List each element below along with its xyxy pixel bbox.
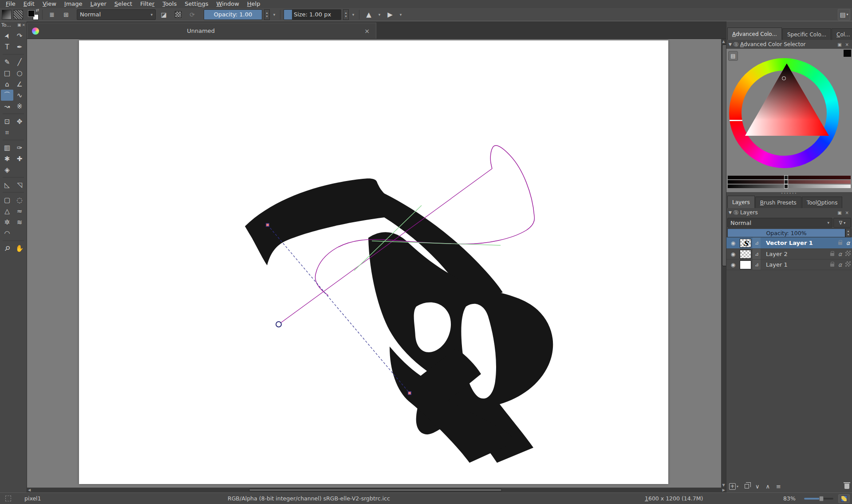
tool-rect-select[interactable]: ▢ <box>1 194 13 205</box>
workspace-chooser-button[interactable]: ▤ ▾ <box>838 9 850 20</box>
canvas-page[interactable] <box>79 40 668 484</box>
layer-thumbnail[interactable] <box>740 239 751 248</box>
color-slider-3[interactable] <box>728 185 851 188</box>
tool-move[interactable]: ✥ <box>13 116 26 127</box>
tool-color-sampler[interactable]: ✑ <box>13 142 26 153</box>
tool-crop[interactable]: ⌗ <box>1 127 13 138</box>
path-control-handle[interactable] <box>408 392 411 395</box>
tool-polygon[interactable]: ⌂ <box>1 79 13 90</box>
layer-blend-mode-select[interactable]: Normal ▾ <box>727 218 832 228</box>
color-slider-1[interactable] <box>728 176 851 179</box>
close-docker-icon[interactable]: × <box>844 210 850 215</box>
float-docker-icon[interactable]: ▣ <box>836 210 842 215</box>
tool-line[interactable]: ╱ <box>13 56 26 67</box>
size-slider[interactable]: Size: 1.00 px <box>284 9 341 20</box>
alpha-lock-icon[interactable]: α <box>844 240 852 246</box>
duplicate-layer-button[interactable] <box>745 484 749 488</box>
canvas-only-mode-button[interactable] <box>838 493 850 504</box>
horizontal-scrollbar[interactable]: ◀ ▶ <box>27 488 726 492</box>
tool-freehand-brush[interactable]: ✎ <box>1 56 13 67</box>
document-tab[interactable]: Unnamed × <box>27 23 376 39</box>
path-control-handle[interactable] <box>266 224 269 227</box>
pattern-chooser-button[interactable] <box>13 10 23 20</box>
inherit-alpha-icon[interactable] <box>844 261 852 268</box>
tool-multibrush[interactable]: ※ <box>13 101 26 112</box>
layer-row[interactable]: ◉⊿Vector Layer 1α <box>726 237 852 249</box>
menu-edit[interactable]: Edit <box>20 0 39 8</box>
tool-zoom[interactable]: ⚲ <box>1 243 13 254</box>
tool-edit-shapes[interactable]: ↷ <box>13 30 26 41</box>
tool-measure[interactable]: ◹ <box>13 179 26 190</box>
scroll-left-icon[interactable]: ◀ <box>28 488 31 492</box>
brush-editor-button[interactable]: ≣ <box>46 9 58 20</box>
tool-ellipse-select[interactable]: ◌ <box>13 194 26 205</box>
tool-bezier-curve[interactable]: ⌒ <box>1 90 13 101</box>
splitter-handle[interactable]: •••••• <box>726 192 852 196</box>
reload-preset-button[interactable]: ⟳ <box>186 9 198 20</box>
layer-opacity-slider[interactable]: Opacity: 100% <box>727 228 845 237</box>
menu-view[interactable]: View <box>39 0 60 8</box>
layer-thumbnail[interactable] <box>740 250 751 259</box>
size-dropdown-icon[interactable]: ▾ <box>351 12 356 17</box>
tab-col[interactable]: Col... <box>832 28 852 40</box>
tool-calligraphy[interactable]: ✒ <box>13 41 26 52</box>
layer-opacity-spinner[interactable]: ▴▾ <box>845 228 851 237</box>
layer-name[interactable]: Layer 1 <box>761 261 828 268</box>
tab-layers[interactable]: Layers <box>727 196 755 208</box>
eraser-mode-button[interactable]: ◪ <box>158 9 170 20</box>
tool-smart-patch[interactable]: ✚ <box>13 153 26 164</box>
tab-advanced-colo[interactable]: Advanced Colo... <box>727 28 782 40</box>
layer-visibility-icon[interactable]: ◉ <box>726 240 740 246</box>
preserve-alpha-button[interactable] <box>172 9 184 20</box>
tool-dynamic-brush[interactable]: ↝ <box>1 101 13 112</box>
blend-mode-select[interactable]: Normal ▾ <box>77 9 156 20</box>
delete-layer-button[interactable] <box>844 484 849 489</box>
layer-row[interactable]: ◉⊿Layer 1α <box>726 260 852 270</box>
alpha-lock-icon[interactable]: α <box>836 261 844 268</box>
tool-rectangle[interactable]: □ <box>1 67 13 79</box>
lock-icon[interactable] <box>836 240 844 246</box>
scroll-up-icon[interactable]: ▲ <box>721 39 726 43</box>
layer-name[interactable]: Layer 2 <box>761 251 828 257</box>
scroll-down-icon[interactable]: ▼ <box>721 483 726 487</box>
tool-similar-select[interactable]: ✲ <box>1 217 13 228</box>
tool-freehand-path[interactable]: ∿ <box>13 90 26 101</box>
mirror-horizontal-dropdown-icon[interactable]: ▾ <box>377 12 382 17</box>
vertical-scrollbar-thumb[interactable] <box>722 44 726 266</box>
lock-icon[interactable] <box>828 251 836 257</box>
scroll-right-icon[interactable]: ▶ <box>722 488 725 492</box>
tool-poly-select[interactable]: △ <box>1 205 13 217</box>
selector-settings-button[interactable]: ▤ <box>728 51 738 61</box>
tab-specific-colo[interactable]: Specific Colo... <box>782 28 831 40</box>
alpha-lock-icon[interactable]: α <box>836 251 844 257</box>
layer-filter-button[interactable]: ∇ ▾ <box>833 218 851 228</box>
zoom-slider[interactable] <box>804 493 833 504</box>
canvas-area[interactable]: ▲ ▼ <box>27 39 726 488</box>
brush-presets-button[interactable]: ⊞ <box>60 9 72 20</box>
collapse-icon[interactable]: ▼ <box>729 42 732 47</box>
mirror-horizontal-button[interactable]: ▲ <box>363 9 375 20</box>
tab-brush-presets[interactable]: Brush Presets <box>755 197 801 208</box>
menu-select[interactable]: Select <box>110 0 136 8</box>
tool-color-select[interactable]: ≋ <box>13 217 26 228</box>
close-tab-icon[interactable]: × <box>363 28 371 35</box>
menu-tools[interactable]: Tools <box>158 0 181 8</box>
foreground-color-swatch[interactable] <box>28 10 35 17</box>
layer-thumbnail[interactable] <box>740 260 751 269</box>
menu-image[interactable]: Image <box>60 0 87 8</box>
foreground-background-colors[interactable]: ⇄ <box>28 9 39 20</box>
hue-ring[interactable] <box>729 58 839 168</box>
tool-ellipse[interactable]: ○ <box>13 67 26 79</box>
tool-transform[interactable]: ⊡ <box>1 116 13 127</box>
tool-polyline[interactable]: ∠ <box>13 79 26 90</box>
slider-handle[interactable] <box>784 180 788 184</box>
menu-settings[interactable]: Settings <box>181 0 212 8</box>
tab-tool-options[interactable]: Tool Options <box>802 197 843 208</box>
menu-help[interactable]: Help <box>243 0 264 8</box>
tool-text[interactable]: T <box>1 41 13 52</box>
layer-properties-button[interactable]: ≡ <box>776 483 781 490</box>
collapse-icon[interactable]: ▼ <box>729 210 732 215</box>
tool-gradient[interactable]: ▥ <box>1 142 13 153</box>
inherit-alpha-icon[interactable] <box>844 251 852 257</box>
move-layer-down-button[interactable]: ∨ <box>755 483 760 490</box>
